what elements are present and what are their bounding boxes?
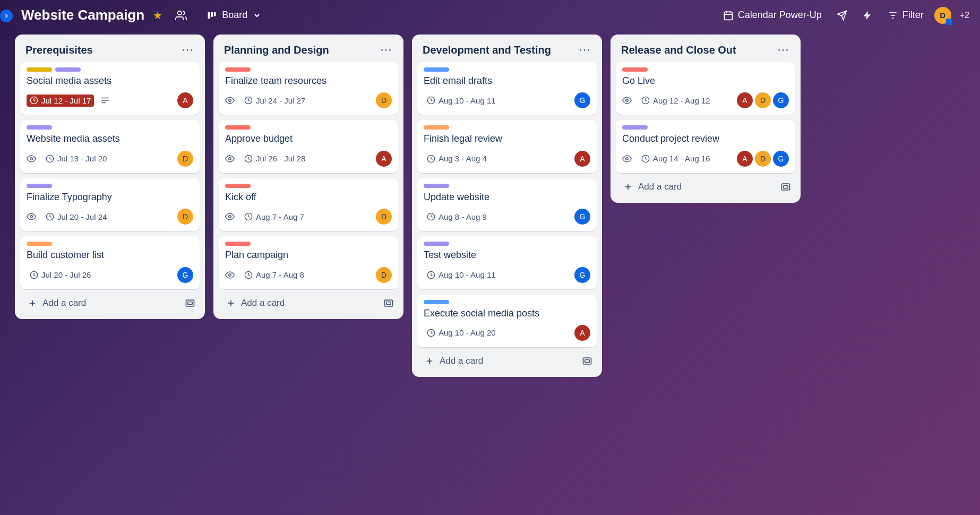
member-avatar[interactable]: D (376, 92, 392, 108)
card[interactable]: Execute social media posts Aug 10 - Aug … (417, 295, 597, 347)
due-date-badge[interactable]: Aug 3 - Aug 4 (424, 152, 490, 165)
user-avatar[interactable]: D (934, 7, 951, 24)
card[interactable]: Finalize team resources Jul 24 - Jul 27 … (219, 62, 398, 115)
card-label[interactable] (27, 242, 52, 246)
filter-button[interactable]: Filter (883, 6, 928, 24)
member-avatar[interactable]: A (376, 151, 392, 167)
automation-button[interactable] (832, 7, 852, 24)
card-label[interactable] (424, 184, 449, 188)
due-date-badge[interactable]: Aug 10 - Aug 11 (424, 95, 499, 107)
due-date-badge[interactable]: Jul 20 - Jul 24 (42, 211, 110, 223)
member-avatar[interactable]: D (755, 92, 771, 108)
description-icon (100, 96, 110, 105)
card[interactable]: Finalize Typography Jul 20 - Jul 24 D (20, 178, 200, 231)
member-avatar[interactable]: A (574, 151, 590, 167)
card-label[interactable] (225, 242, 251, 246)
list-title[interactable]: Development and Testing (423, 44, 551, 56)
card-label[interactable] (622, 67, 648, 72)
add-card-label: Add a card (241, 298, 285, 308)
star-button[interactable]: ★ (151, 7, 165, 24)
due-date-badge[interactable]: Aug 12 - Aug 12 (638, 95, 713, 107)
card-title: Go Live (622, 75, 789, 87)
list-menu-button[interactable]: ⋯ (777, 43, 790, 57)
card[interactable]: Conduct project review Aug 14 - Aug 16 A… (616, 120, 795, 173)
card-label[interactable] (27, 184, 52, 188)
due-date-badge[interactable]: Jul 26 - Jul 28 (241, 152, 308, 165)
board-title[interactable]: Website Campaign (21, 7, 144, 23)
member-avatar[interactable]: A (737, 151, 753, 167)
card-label[interactable] (424, 67, 449, 72)
member-avatar[interactable]: D (177, 209, 193, 225)
card-template-button[interactable] (780, 182, 791, 192)
add-card-button[interactable]: Add a card (24, 295, 89, 312)
add-card-button[interactable]: Add a card (223, 295, 288, 312)
member-avatar[interactable]: G (773, 151, 789, 167)
board-header: Website Campaign ★ Board Calendar Power-… (0, 0, 980, 30)
list-title[interactable]: Release and Close Out (621, 44, 736, 56)
card[interactable]: Test website Aug 10 - Aug 11 G (417, 236, 597, 289)
member-avatar[interactable]: D (376, 267, 392, 283)
date-text: Jul 20 - Jul 24 (57, 212, 107, 221)
card[interactable]: Approve budget Jul 26 - Jul 28 A (219, 120, 398, 173)
due-date-badge[interactable]: Jul 24 - Jul 27 (241, 95, 308, 107)
due-date-badge[interactable]: Jul 20 - Jul 26 (27, 269, 94, 281)
member-avatar[interactable]: G (574, 209, 590, 225)
list-title[interactable]: Prerequisites (25, 44, 93, 56)
card-label[interactable] (225, 184, 251, 188)
card-label[interactable] (27, 67, 52, 72)
card[interactable]: Social media assets Jul 12 - Jul 17 A (20, 62, 200, 115)
sidebar-expand-button[interactable] (0, 10, 13, 22)
card-label[interactable] (622, 125, 648, 130)
due-date-badge[interactable]: Aug 10 - Aug 11 (424, 269, 499, 281)
svg-point-0 (178, 11, 182, 14)
member-avatar[interactable]: G (574, 267, 590, 283)
member-avatar[interactable]: G (773, 92, 789, 108)
card-label[interactable] (225, 125, 251, 130)
powerups-button[interactable] (858, 7, 877, 24)
card[interactable]: Finish legal review Aug 3 - Aug 4 A (417, 120, 597, 173)
clock-icon (427, 329, 435, 337)
add-card-button[interactable]: Add a card (620, 178, 685, 195)
share-button[interactable]: +2 (960, 11, 969, 20)
due-date-badge[interactable]: Jul 12 - Jul 17 (27, 95, 94, 107)
member-avatar[interactable]: D (376, 209, 392, 225)
list-menu-button[interactable]: ⋯ (579, 43, 591, 57)
card[interactable]: Plan campaign Aug 7 - Aug 8 D (219, 236, 398, 289)
card[interactable]: Go Live Aug 12 - Aug 12 ADG (616, 62, 795, 115)
member-avatar[interactable]: D (755, 151, 771, 167)
due-date-badge[interactable]: Aug 7 - Aug 7 (241, 211, 307, 223)
due-date-badge[interactable]: Aug 14 - Aug 16 (638, 152, 713, 165)
add-card-button[interactable]: Add a card (422, 353, 486, 370)
card-template-button[interactable] (582, 356, 592, 366)
date-text: Aug 14 - Aug 16 (653, 154, 710, 163)
card[interactable]: Build customer list Jul 20 - Jul 26 G (20, 236, 200, 289)
due-date-badge[interactable]: Aug 7 - Aug 8 (241, 269, 307, 281)
card[interactable]: Update website Aug 8 - Aug 9 G (417, 178, 597, 231)
card-template-button[interactable] (185, 298, 195, 308)
due-date-badge[interactable]: Aug 8 - Aug 9 (424, 211, 490, 223)
card[interactable]: Website media assets Jul 13 - Jul 20 D (20, 120, 200, 173)
card[interactable]: Kick off Aug 7 - Aug 7 D (219, 178, 398, 231)
card-label[interactable] (27, 125, 52, 130)
card-template-button[interactable] (383, 298, 394, 308)
calendar-powerup-button[interactable]: Calendar Power-Up (719, 6, 826, 24)
card-label[interactable] (424, 242, 449, 246)
member-avatar[interactable]: G (574, 92, 590, 108)
list-menu-button[interactable]: ⋯ (182, 43, 194, 57)
view-switcher[interactable]: Board (207, 10, 261, 21)
card-label[interactable] (424, 125, 449, 130)
list-menu-button[interactable]: ⋯ (380, 43, 393, 57)
member-avatar[interactable]: A (737, 92, 753, 108)
member-avatar[interactable]: D (177, 151, 193, 167)
workspace-visible-button[interactable] (171, 7, 191, 23)
card-label[interactable] (55, 67, 81, 72)
due-date-badge[interactable]: Aug 10 - Aug 20 (424, 327, 499, 339)
list-title[interactable]: Planning and Design (224, 44, 329, 56)
member-avatar[interactable]: G (177, 267, 193, 283)
card-label[interactable] (225, 67, 251, 72)
member-avatar[interactable]: A (177, 92, 193, 108)
card[interactable]: Edit email drafts Aug 10 - Aug 11 G (417, 62, 597, 115)
card-label[interactable] (424, 300, 449, 304)
member-avatar[interactable]: A (574, 325, 590, 341)
due-date-badge[interactable]: Jul 13 - Jul 20 (42, 152, 110, 165)
